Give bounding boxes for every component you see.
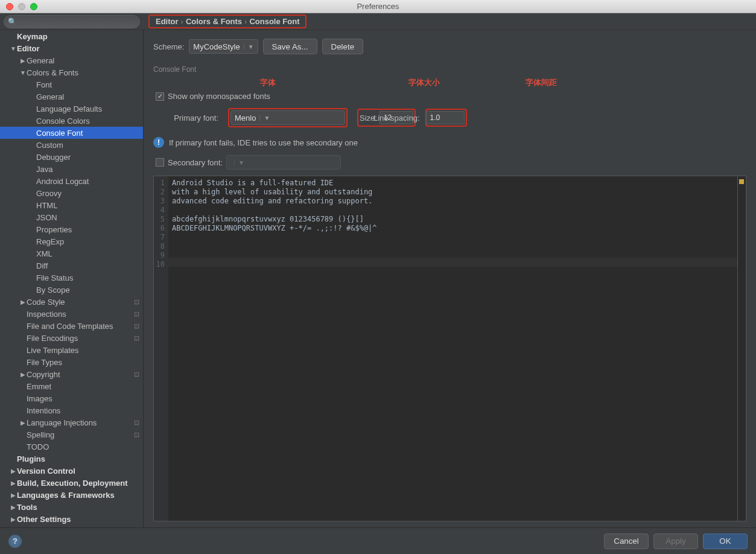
tree-item-file-status[interactable]: ▶File Status xyxy=(0,272,143,284)
delete-button[interactable]: Delete xyxy=(322,39,364,54)
chevron-down-icon: ▼ xyxy=(19,69,27,76)
search-input[interactable] xyxy=(4,15,140,28)
tree-item-groovy[interactable]: ▶Groovy xyxy=(0,187,143,199)
tree-item-images[interactable]: ▶Images xyxy=(0,392,143,404)
chevron-right-icon: ▶ xyxy=(10,492,17,498)
tree-label: Console Colors xyxy=(36,116,139,126)
scheme-dropdown[interactable]: MyCodeStyle ▼ xyxy=(189,39,258,54)
tree-item-copyright[interactable]: ▶Copyright⊡ xyxy=(0,368,143,380)
tree-item-debugger[interactable]: ▶Debugger xyxy=(0,151,143,163)
tree-item-colors-fonts[interactable]: ▼Colors & Fonts xyxy=(0,66,143,78)
spacing-label: Line spacing: xyxy=(373,113,420,123)
tree-label: Language Injections xyxy=(27,418,134,427)
spacing-input[interactable] xyxy=(426,111,465,124)
tree-item-java[interactable]: ▶Java xyxy=(0,163,143,175)
save-as-button[interactable]: Save As... xyxy=(263,39,317,54)
tree-item-by-scope[interactable]: ▶By Scope xyxy=(0,284,143,296)
chevron-down-icon: ▼ xyxy=(259,115,270,121)
annot-font: 字体 xyxy=(260,77,276,88)
project-scope-icon: ⊡ xyxy=(134,310,139,318)
breadcrumb-editor[interactable]: Editor xyxy=(156,17,179,26)
code-line xyxy=(172,233,737,242)
tree-item-file-and-code-templates[interactable]: ▶File and Code Templates⊡ xyxy=(0,320,143,332)
tree-item-intentions[interactable]: ▶Intentions xyxy=(0,404,143,416)
breadcrumb-console-font[interactable]: Console Font xyxy=(249,17,299,26)
tree-item-build-execution-deployment[interactable]: ▶Build, Execution, Deployment xyxy=(0,477,143,489)
gutter-line: 8 xyxy=(154,242,165,251)
tree-item-general[interactable]: ▶General xyxy=(0,54,143,66)
tree-label: Copyright xyxy=(27,370,134,379)
tree-item-properties[interactable]: ▶Properties xyxy=(0,223,143,235)
tree-label: Code Style xyxy=(27,298,134,307)
tree-label: Images xyxy=(27,394,139,403)
code-preview[interactable]: 12345678910 Android Studio is a full-fea… xyxy=(153,176,746,521)
chevron-down-icon: ▼ xyxy=(234,159,244,166)
code-line: advanced code editing and refactoring su… xyxy=(172,197,737,206)
tree-item-language-defaults[interactable]: ▶Language Defaults xyxy=(0,103,143,115)
chevron-right-icon: ▶ xyxy=(19,57,27,64)
tree-item-live-templates[interactable]: ▶Live Templates xyxy=(0,344,143,356)
tree-item-android-logcat[interactable]: ▶Android Logcat xyxy=(0,175,143,187)
chevron-right-icon: ▶ xyxy=(19,299,27,305)
tree-item-code-style[interactable]: ▶Code Style⊡ xyxy=(0,296,143,308)
tree-item-languages-frameworks[interactable]: ▶Languages & Frameworks xyxy=(0,489,143,501)
apply-button[interactable]: Apply xyxy=(653,533,698,549)
tree-item-general[interactable]: ▶General xyxy=(0,91,143,103)
chevron-right-icon: ▶ xyxy=(10,480,17,486)
breadcrumb-colors-fonts[interactable]: Colors & Fonts xyxy=(186,17,242,26)
tree-item-other-settings[interactable]: ▶Other Settings xyxy=(0,513,143,525)
chevron-right-icon: ▶ xyxy=(10,516,17,523)
tree-label: Live Templates xyxy=(27,346,139,355)
tree-item-html[interactable]: ▶HTML xyxy=(0,199,143,211)
code-line: ABCDEFGHIJKLMNOPQRSTUVWXYZ +-*/= .,;:!? … xyxy=(172,224,737,233)
tree-item-console-font[interactable]: ▶Console Font xyxy=(0,127,143,139)
tree-item-tools[interactable]: ▶Tools xyxy=(0,501,143,513)
tree-label: Font xyxy=(36,80,139,89)
settings-tree[interactable]: ▶Keymap▼Editor▶General▼Colors & Fonts▶Fo… xyxy=(0,30,144,527)
chevron-down-icon: ▼ xyxy=(244,43,254,50)
tree-item-custom[interactable]: ▶Custom xyxy=(0,139,143,151)
monospaced-checkbox[interactable] xyxy=(156,92,164,101)
code-line: with a high level of usability and outst… xyxy=(172,188,737,197)
tree-item-regexp[interactable]: ▶RegExp xyxy=(0,235,143,247)
primary-font-highlight: Menlo ▼ xyxy=(228,108,348,127)
tree-label: Spelling xyxy=(27,430,134,439)
tree-item-spelling[interactable]: ▶Spelling⊡ xyxy=(0,428,143,441)
tree-label: File and Code Templates xyxy=(27,322,134,331)
gutter-line: 10 xyxy=(154,260,165,269)
tree-item-inspections[interactable]: ▶Inspections⊡ xyxy=(0,308,143,320)
chevron-right-icon: ▶ xyxy=(10,468,17,474)
tree-item-emmet[interactable]: ▶Emmet xyxy=(0,380,143,392)
help-icon[interactable]: ? xyxy=(8,535,22,548)
cancel-button[interactable]: Cancel xyxy=(604,533,649,549)
tree-item-language-injections[interactable]: ▶Language Injections⊡ xyxy=(0,416,143,428)
tree-label: Diff xyxy=(36,261,139,270)
primary-font-dropdown[interactable]: Menlo ▼ xyxy=(230,110,345,125)
info-row: ! If primary font fails, IDE tries to us… xyxy=(153,137,746,148)
tree-item-json[interactable]: ▶JSON xyxy=(0,211,143,223)
warning-marker-icon xyxy=(739,179,744,184)
tree-item-plugins[interactable]: ▶Plugins xyxy=(0,453,143,465)
tree-label: Tools xyxy=(17,503,139,512)
tree-item-diff[interactable]: ▶Diff xyxy=(0,259,143,272)
tree-label: Language Defaults xyxy=(36,104,139,113)
tree-label: Java xyxy=(36,165,139,174)
secondary-checkbox[interactable] xyxy=(156,158,164,167)
secondary-font-dropdown[interactable]: ▼ xyxy=(226,155,341,170)
ok-button[interactable]: OK xyxy=(703,533,748,549)
tree-item-file-encodings[interactable]: ▶File Encodings⊡ xyxy=(0,332,143,344)
info-icon: ! xyxy=(153,137,164,148)
gutter-line: 9 xyxy=(154,251,165,260)
tree-item-editor[interactable]: ▼Editor xyxy=(0,42,143,54)
tree-item-version-control[interactable]: ▶Version Control xyxy=(0,465,143,477)
scheme-row: Scheme: MyCodeStyle ▼ Save As... Delete xyxy=(153,39,746,54)
tree-label: Properties xyxy=(36,225,139,234)
tree-label: General xyxy=(27,56,139,65)
tree-item-console-colors[interactable]: ▶Console Colors xyxy=(0,115,143,127)
tree-item-xml[interactable]: ▶XML xyxy=(0,247,143,259)
code-body: Android Studio is a full-featured IDEwit… xyxy=(168,176,737,521)
tree-item-font[interactable]: ▶Font xyxy=(0,78,143,91)
tree-item-keymap[interactable]: ▶Keymap xyxy=(0,30,143,42)
tree-item-file-types[interactable]: ▶File Types xyxy=(0,356,143,368)
tree-item-todo[interactable]: ▶TODO xyxy=(0,441,143,453)
